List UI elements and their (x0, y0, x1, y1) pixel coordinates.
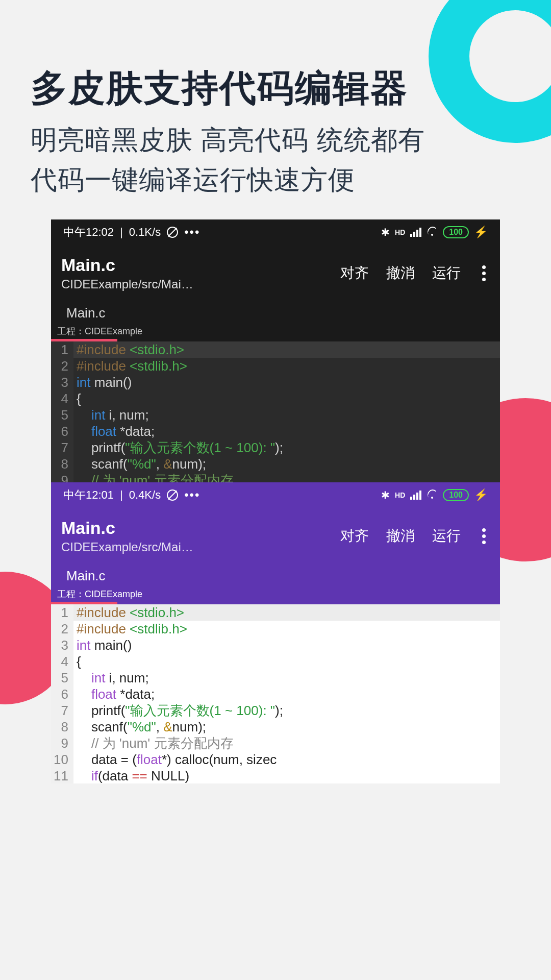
tab-underline (51, 602, 117, 604)
run-button[interactable]: 运行 (432, 263, 461, 283)
project-label: 工程：CIDEExample (51, 586, 500, 604)
file-tab[interactable]: Main.c (51, 301, 500, 323)
status-separator: | (120, 488, 123, 502)
hd-icon: HD (395, 228, 405, 236)
marketing-subtitle-2: 代码一键编译运行快速方便 (31, 162, 355, 198)
app-bar: Main.c CIDEExample/src/Mai… 对齐 撤消 运行 (51, 245, 500, 301)
charging-icon: ⚡ (474, 488, 488, 502)
undo-button[interactable]: 撤消 (386, 263, 415, 283)
code-editor[interactable]: 1#include <stdio.h> 2#include <stdlib.h>… (51, 604, 500, 783)
file-path: CIDEExample/src/Mai… (61, 277, 193, 291)
status-netspeed: 0.1K/s (129, 226, 161, 239)
battery-indicator: 100 (443, 226, 469, 238)
status-bar: 中午12:01 | 0.4K/s ••• ✱ HD 100 ⚡ (51, 482, 500, 508)
file-tab[interactable]: Main.c (51, 564, 500, 586)
signal-icon (410, 491, 421, 500)
overflow-menu-icon[interactable] (478, 528, 490, 544)
battery-indicator: 100 (443, 489, 469, 501)
signal-icon (410, 228, 421, 237)
more-icon: ••• (184, 488, 200, 502)
run-button[interactable]: 运行 (432, 526, 461, 546)
do-not-disturb-icon (167, 227, 178, 238)
status-netspeed: 0.4K/s (129, 488, 161, 502)
wifi-icon (427, 227, 438, 238)
charging-icon: ⚡ (474, 226, 488, 239)
project-label: 工程：CIDEExample (51, 323, 500, 341)
file-title: Main.c (61, 518, 193, 538)
more-icon: ••• (184, 225, 200, 239)
file-title: Main.c (61, 255, 193, 275)
status-time: 中午12:02 (63, 225, 114, 240)
do-not-disturb-icon (167, 489, 178, 501)
phone-screenshot-light: 中午12:01 | 0.4K/s ••• ✱ HD 100 ⚡ Main.c C… (51, 482, 500, 783)
overflow-menu-icon[interactable] (478, 265, 490, 281)
decorative-ring (429, 0, 551, 143)
phone-screenshot-dark: 中午12:02 | 0.1K/s ••• ✱ HD 100 ⚡ Main.c C… (51, 219, 500, 482)
wifi-icon (427, 489, 438, 501)
app-bar: Main.c CIDEExample/src/Mai… 对齐 撤消 运行 (51, 508, 500, 564)
status-bar: 中午12:02 | 0.1K/s ••• ✱ HD 100 ⚡ (51, 219, 500, 245)
status-separator: | (120, 226, 123, 239)
tab-underline (51, 339, 117, 341)
marketing-headline: 多皮肤支持代码编辑器 (31, 64, 408, 113)
code-editor[interactable]: 1#include <stdio.h> 2#include <stdlib.h>… (51, 341, 500, 482)
file-path: CIDEExample/src/Mai… (61, 540, 193, 554)
align-button[interactable]: 对齐 (340, 526, 369, 546)
bluetooth-icon: ✱ (381, 226, 390, 238)
undo-button[interactable]: 撤消 (386, 526, 415, 546)
marketing-subtitle-1: 明亮暗黑皮肤 高亮代码 统统都有 (31, 122, 425, 158)
hd-icon: HD (395, 491, 405, 499)
bluetooth-icon: ✱ (381, 489, 390, 501)
align-button[interactable]: 对齐 (340, 263, 369, 283)
status-time: 中午12:01 (63, 487, 114, 503)
